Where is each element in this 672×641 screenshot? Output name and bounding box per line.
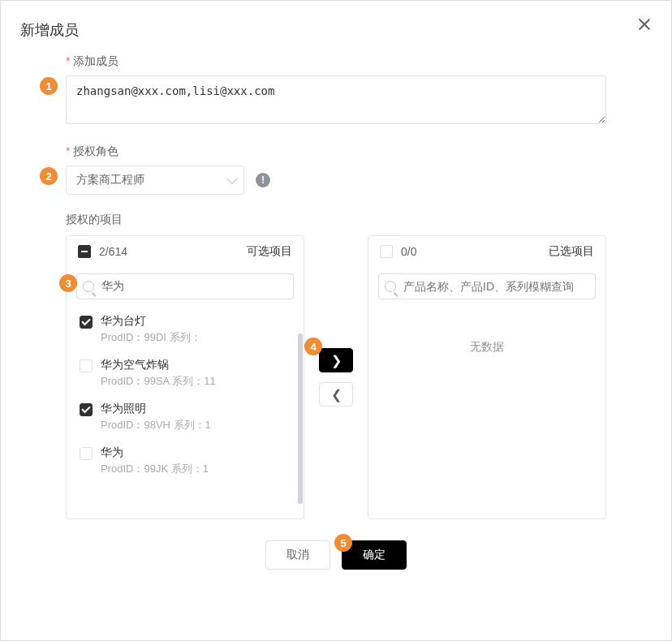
transfer-target-panel: 0/0 已选项目 无数据 (368, 235, 606, 519)
list-item[interactable]: 华为 ProdID：99JK 系列：1 (76, 439, 294, 483)
role-label: *授权角色 (66, 144, 606, 159)
transfer-widget: 3 2/614 可选项目 (66, 235, 606, 519)
transfer-target-header: 0/0 已选项目 (368, 236, 605, 267)
list-item[interactable]: 华为空气炸锅 ProdID：99SA 系列：11 (76, 351, 294, 395)
item-subtitle: ProdID：99SA 系列：11 (101, 374, 216, 389)
scrollbar[interactable] (298, 333, 303, 504)
callout-1: 1 (40, 77, 58, 95)
transfer-source-panel: 2/614 可选项目 华为台灯 ProdID：99DI 系列 (66, 235, 304, 519)
required-star-icon: * (66, 54, 70, 67)
role-field: 2 *授权角色 ! (66, 144, 606, 195)
list-item[interactable]: 华为照明 ProdID：98VH 系列：1 (76, 395, 294, 439)
cancel-button[interactable]: 取消 (265, 540, 330, 570)
required-star-icon: * (66, 144, 70, 157)
item-title: 华为台灯 (101, 314, 201, 329)
target-list: 无数据 (368, 308, 605, 518)
source-list: 华为台灯 ProdID：99DI 系列： 华为空气炸锅 ProdID：99SA … (67, 308, 304, 518)
callout-3: 3 (59, 274, 77, 292)
move-right-button[interactable]: ❯ (319, 348, 353, 372)
source-search-input[interactable] (76, 273, 294, 299)
move-left-button[interactable]: ❮ (319, 382, 353, 407)
search-icon (385, 281, 396, 292)
callout-5: 5 (334, 534, 352, 552)
dialog-title: 新增成员 (20, 20, 652, 40)
chevron-left-icon: ❮ (331, 387, 342, 402)
target-title: 已选项目 (549, 244, 594, 259)
target-select-all-checkbox[interactable] (380, 245, 393, 258)
item-title: 华为 (101, 445, 209, 460)
transfer-buttons: 4 ❯ ❮ (304, 235, 368, 519)
source-select-all-checkbox[interactable] (78, 245, 91, 258)
target-search-input[interactable] (378, 273, 596, 299)
item-subtitle: ProdID：99JK 系列：1 (101, 462, 209, 476)
callout-4: 4 (304, 338, 322, 355)
role-select[interactable] (66, 166, 244, 195)
item-title: 华为空气炸锅 (101, 358, 216, 372)
projects-section-label: 授权的项目 (66, 213, 606, 227)
search-icon (83, 281, 94, 292)
chevron-right-icon: ❯ (331, 353, 342, 368)
source-count: 2/614 (99, 245, 127, 258)
list-item[interactable]: 华为台灯 ProdID：99DI 系列： (76, 308, 294, 351)
transfer-source-header: 2/614 可选项目 (67, 236, 304, 267)
role-select-input[interactable] (66, 166, 244, 195)
dialog-footer: 取消 5 确定 (66, 540, 606, 570)
item-title: 华为照明 (101, 402, 211, 416)
item-subtitle: ProdID：99DI 系列： (101, 330, 201, 345)
role-label-text: 授权角色 (73, 144, 118, 157)
info-icon[interactable]: ! (256, 173, 270, 187)
target-count: 0/0 (401, 245, 416, 258)
item-subtitle: ProdID：98VH 系列：1 (101, 418, 211, 432)
item-checkbox[interactable] (80, 403, 93, 416)
item-checkbox[interactable] (80, 316, 93, 329)
callout-2: 2 (40, 167, 58, 185)
close-icon[interactable] (635, 15, 653, 33)
members-input[interactable] (66, 75, 606, 124)
source-title: 可选项目 (247, 244, 292, 259)
item-checkbox[interactable] (80, 359, 93, 372)
item-checkbox[interactable] (80, 447, 93, 460)
add-member-dialog: 新增成员 1 *添加成员 2 *授权角色 ! 授权的项目 3 (0, 0, 672, 641)
members-label: *添加成员 (66, 54, 606, 69)
members-label-text: 添加成员 (73, 54, 118, 67)
empty-text: 无数据 (378, 308, 596, 355)
members-field: 1 *添加成员 (66, 54, 606, 127)
